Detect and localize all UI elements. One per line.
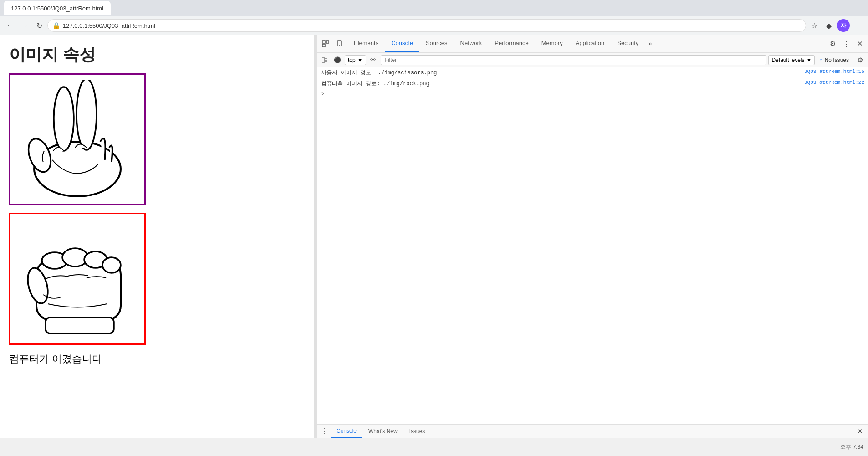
more-tabs-button[interactable]: » xyxy=(645,40,655,47)
bottom-bar-close[interactable]: ✕ xyxy=(853,425,866,438)
console-settings-button[interactable]: ⚙ xyxy=(853,54,866,67)
log-levels-label: Default levels xyxy=(771,57,804,63)
device-toggle-button[interactable] xyxy=(333,37,346,50)
tab-console[interactable]: Console xyxy=(385,35,419,52)
lock-icon: 🔒 xyxy=(52,22,60,29)
console-line-2-text: 컴퓨터측 이미지 경로: ./img/rock.png xyxy=(321,80,801,87)
tab-security[interactable]: Security xyxy=(611,35,645,52)
tab-performance[interactable]: Performance xyxy=(488,35,535,52)
context-label: top xyxy=(348,57,356,63)
active-tab[interactable]: 127.0.0.1:5500/JQ03_attrRem.html xyxy=(4,1,111,15)
log-levels-dropdown[interactable]: Default levels ▼ xyxy=(768,55,815,65)
extensions-button[interactable]: ◆ xyxy=(822,19,835,32)
profile-button[interactable]: 자 xyxy=(837,19,850,32)
devtools-more-button[interactable]: ⋮ xyxy=(840,37,853,50)
console-line-1-text: 사용자 이미지 경로: ./img/scissors.png xyxy=(321,69,801,77)
svg-rect-12 xyxy=(326,41,329,43)
tab-sources[interactable]: Sources xyxy=(419,35,454,52)
bottom-tab-whats-new[interactable]: What's New xyxy=(363,425,403,438)
svg-rect-16 xyxy=(322,57,324,63)
settings-button[interactable]: ⋮ xyxy=(852,19,864,32)
tab-bar: 127.0.0.1:5500/JQ03_attrRem.html xyxy=(0,0,868,16)
page-title-partial: 이미지 속성 xyxy=(9,44,305,66)
svg-rect-11 xyxy=(322,41,325,43)
nav-right: ☆ ◆ 자 ⋮ xyxy=(808,19,864,32)
clear-console-button[interactable]: ⚫ xyxy=(332,55,343,66)
tab-network[interactable]: Network xyxy=(454,35,489,52)
taskbar: 오후 7:34 xyxy=(0,438,868,456)
svg-rect-13 xyxy=(322,44,325,47)
chevron-down-icon: ▼ xyxy=(357,57,363,63)
inspect-element-button[interactable] xyxy=(319,37,332,50)
svg-rect-10 xyxy=(46,318,114,333)
nav-bar: ← → ↻ 🔒 127.0.0.1:5500/JQ03_attrRem.html… xyxy=(0,16,868,35)
taskbar-time: 오후 7:34 xyxy=(840,443,863,451)
url-text: 127.0.0.1:5500/JQ03_attrRem.html xyxy=(63,22,801,29)
context-dropdown[interactable]: top ▼ xyxy=(345,55,366,65)
prompt-chevron: > xyxy=(321,91,324,97)
page-content: 이미지 속성 xyxy=(0,35,314,438)
sidebar-toggle-button[interactable] xyxy=(319,55,330,66)
svg-point-3 xyxy=(77,80,97,150)
bottom-tab-issues[interactable]: Issues xyxy=(404,425,431,438)
svg-point-2 xyxy=(54,87,74,151)
address-bar[interactable]: 🔒 127.0.0.1:5500/JQ03_attrRem.html xyxy=(47,19,806,32)
tab-title: 127.0.0.1:5500/JQ03_attrRem.html xyxy=(11,5,103,12)
tab-elements[interactable]: Elements xyxy=(347,35,385,52)
tab-memory[interactable]: Memory xyxy=(535,35,569,52)
forward-button[interactable]: → xyxy=(18,19,31,32)
console-line-1-source[interactable]: JQ03_attrRem.html:15 xyxy=(804,69,864,74)
devtools-settings-button[interactable]: ⚙ xyxy=(826,37,839,50)
browser-chrome: 127.0.0.1:5500/JQ03_attrRem.html ← → ↻ 🔒… xyxy=(0,0,868,35)
svg-rect-14 xyxy=(337,41,341,46)
devtools-settings-bar: ⚙ ⋮ ✕ xyxy=(824,37,868,50)
filter-input[interactable] xyxy=(381,55,767,65)
devtools-icons-left xyxy=(317,37,347,50)
bookmark-button[interactable]: ☆ xyxy=(808,19,821,32)
console-line-2-source[interactable]: JQ03_attrRem.html:22 xyxy=(804,80,864,85)
devtools-close-button[interactable]: ✕ xyxy=(853,37,866,50)
console-line-2: 컴퓨터측 이미지 경로: ./img/rock.png JQ03_attrRem… xyxy=(317,78,868,89)
no-issues-label: No Issues xyxy=(825,57,849,63)
bottom-bar-dots[interactable]: ⋮ xyxy=(319,426,330,437)
scissors-hand-image xyxy=(16,80,139,199)
main-area: 이미지 속성 xyxy=(0,35,868,438)
console-output: 사용자 이미지 경로: ./img/scissors.png JQ03_attr… xyxy=(317,67,868,424)
console-toolbar: ⚫ top ▼ 👁 Default levels ▼ ○ No Issues ⚙ xyxy=(317,53,868,67)
scissors-image-box xyxy=(9,73,146,205)
console-prompt: > xyxy=(317,89,868,99)
eye-icon-button[interactable]: 👁 xyxy=(368,55,379,66)
devtools-tabs: Elements Console Sources Network Perform… xyxy=(347,35,824,52)
no-issues-badge: ○ No Issues xyxy=(817,57,852,63)
bottom-tab-console[interactable]: Console xyxy=(331,425,362,438)
devtools-topbar: Elements Console Sources Network Perform… xyxy=(317,35,868,53)
rock-image-box xyxy=(9,213,146,345)
devtools-bottom-bar: ⋮ Console What's New Issues ✕ xyxy=(317,424,868,438)
tab-application[interactable]: Application xyxy=(569,35,611,52)
devtools-panel: Elements Console Sources Network Perform… xyxy=(317,35,868,438)
back-button[interactable]: ← xyxy=(4,19,16,32)
chevron-down-icon: ▼ xyxy=(807,57,812,63)
console-line-1: 사용자 이미지 경로: ./img/scissors.png JQ03_attr… xyxy=(317,67,868,78)
rock-hand-image xyxy=(16,220,139,338)
reload-button[interactable]: ↻ xyxy=(33,19,46,32)
result-text: 컴퓨터가 이겼습니다 xyxy=(9,352,305,366)
svg-point-8 xyxy=(102,257,121,273)
